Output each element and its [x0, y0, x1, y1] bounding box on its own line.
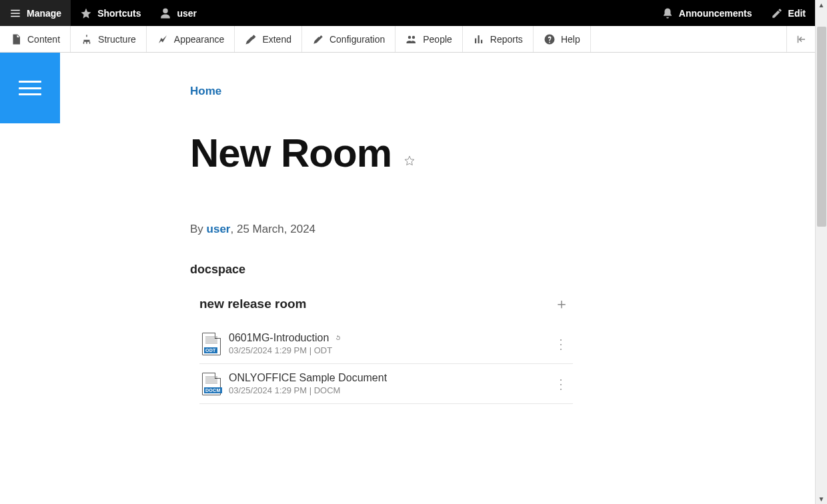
scroll-thumb[interactable]: [817, 27, 826, 227]
tab-extend[interactable]: Extend: [235, 26, 302, 52]
file-name: 0601MG-Introduction: [229, 332, 329, 344]
extend-icon: [245, 33, 257, 45]
favorite-toggle[interactable]: [403, 155, 416, 167]
breadcrumb-home[interactable]: Home: [190, 85, 221, 97]
appearance-icon: [157, 33, 169, 45]
pencil-icon: [771, 7, 783, 19]
docspace-label: docspace: [190, 263, 764, 277]
star-icon: [80, 7, 92, 19]
tab-structure[interactable]: Structure: [71, 26, 147, 52]
byline-suffix: , 25 March, 2024: [230, 223, 315, 235]
file-list: ODT0601MG-Introduction03/25/2024 1:29 PM…: [199, 323, 573, 404]
bell-icon: [662, 7, 674, 19]
configuration-icon: [312, 33, 324, 45]
shortcuts-label: Shortcuts: [97, 8, 141, 19]
file-meta: 0601MG-Introduction03/25/2024 1:29 PM | …: [229, 332, 544, 355]
file-name: ONLYOFFICE Sample Document: [229, 372, 387, 384]
file-subtitle: 03/25/2024 1:29 PM | DOCM: [229, 385, 544, 395]
people-icon: [405, 33, 418, 45]
file-row[interactable]: DOCMONLYOFFICE Sample Document03/25/2024…: [199, 364, 573, 404]
tab-structure-label: Structure: [98, 34, 136, 45]
edit-menu[interactable]: Edit: [762, 0, 815, 26]
docspace-room: new release room ＋ ODT0601MG-Introductio…: [199, 297, 573, 404]
help-icon: [544, 33, 556, 45]
tab-reports-label: Reports: [490, 34, 523, 45]
sidebar-toggle[interactable]: [0, 53, 60, 123]
tab-appearance[interactable]: Appearance: [147, 26, 235, 52]
byline-user-link[interactable]: user: [207, 223, 231, 235]
file-row[interactable]: ODT0601MG-Introduction03/25/2024 1:29 PM…: [199, 323, 573, 364]
structure-icon: [81, 33, 93, 45]
user-label: user: [177, 8, 197, 19]
file-meta: ONLYOFFICE Sample Document03/25/2024 1:2…: [229, 372, 544, 395]
docm-file-icon: DOCM: [202, 373, 221, 395]
tab-help-label: Help: [561, 34, 580, 45]
admin-toolbar: Manage Shortcuts user Announcements Edit: [0, 0, 815, 26]
admin-tabs: Content Structure Appearance Extend Conf…: [0, 26, 815, 53]
hamburger-icon: [9, 7, 21, 19]
page-title: New Room: [190, 130, 391, 176]
add-file-button[interactable]: ＋: [554, 297, 569, 311]
tab-people[interactable]: People: [395, 26, 463, 52]
manage-label: Manage: [27, 8, 61, 19]
file-actions-menu[interactable]: ⋮: [552, 336, 570, 352]
reports-icon: [473, 33, 485, 45]
file-title: ONLYOFFICE Sample Document: [229, 372, 544, 384]
tab-configuration-label: Configuration: [329, 34, 385, 45]
file-title: 0601MG-Introduction: [229, 332, 544, 344]
manage-menu[interactable]: Manage: [0, 0, 71, 26]
tab-content-label: Content: [27, 34, 60, 45]
room-name: new release room: [199, 297, 307, 311]
user-menu[interactable]: user: [150, 0, 206, 26]
byline: By user, 25 March, 2024: [190, 223, 764, 236]
scroll-up-arrow[interactable]: ▲: [818, 0, 825, 10]
edit-label: Edit: [788, 8, 806, 19]
tab-content[interactable]: Content: [0, 26, 71, 52]
tab-extend-label: Extend: [262, 34, 291, 45]
breadcrumb: Home: [190, 85, 764, 98]
file-actions-menu[interactable]: ⋮: [552, 376, 570, 392]
page-body: Home New Room By user, 25 March, 2024 do…: [60, 53, 815, 504]
tab-people-label: People: [423, 34, 452, 45]
announcements-menu[interactable]: Announcements: [652, 0, 762, 26]
odt-file-icon: ODT: [202, 333, 221, 355]
side-stripe: [0, 53, 60, 504]
tab-configuration[interactable]: Configuration: [302, 26, 395, 52]
byline-prefix: By: [190, 223, 207, 235]
hamburger-icon: [19, 81, 41, 95]
announcements-label: Announcements: [679, 8, 752, 19]
collapse-icon: [795, 33, 807, 45]
collapse-toolbar-button[interactable]: [786, 26, 815, 52]
tab-appearance-label: Appearance: [174, 34, 225, 45]
file-subtitle: 03/25/2024 1:29 PM | ODT: [229, 345, 544, 355]
content-icon: [10, 33, 22, 45]
tab-reports[interactable]: Reports: [463, 26, 534, 52]
user-icon: [159, 7, 171, 19]
refresh-icon: [334, 334, 342, 342]
star-outline-icon: [403, 155, 416, 167]
tab-help[interactable]: Help: [534, 26, 591, 52]
shortcuts-menu[interactable]: Shortcuts: [71, 0, 150, 26]
vertical-scrollbar[interactable]: ▲ ▼: [815, 0, 827, 504]
scroll-down-arrow[interactable]: ▼: [818, 494, 825, 504]
